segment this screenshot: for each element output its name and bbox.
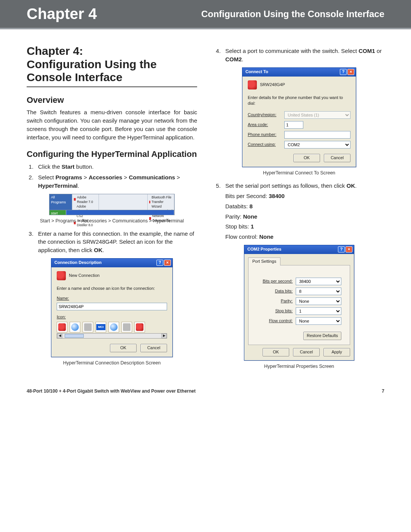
- phone-number-input[interactable]: [284, 131, 350, 139]
- startmenu-col2: [99, 194, 148, 211]
- com2-properties-dialog: COM2 Properties ? × Port Settings Bits p…: [244, 245, 354, 361]
- step-3: Enter a name for this connection. In the…: [35, 230, 197, 254]
- scroll-right-icon[interactable]: ▶: [161, 334, 167, 338]
- port-settings-tab[interactable]: Port Settings: [248, 257, 280, 265]
- dialog-title: Connect To: [245, 69, 268, 75]
- close-icon[interactable]: ×: [347, 69, 354, 75]
- page-footer: 48-Port 10/100 + 4-Port Gigabit Switch w…: [0, 383, 411, 404]
- databits-select[interactable]: 8: [296, 288, 341, 295]
- icon-option-pc[interactable]: [83, 322, 93, 332]
- icon-picker[interactable]: MCI: [57, 322, 167, 332]
- apply-button[interactable]: Apply: [323, 348, 350, 356]
- dialog-titlebar: Connect To ? ×: [242, 68, 356, 77]
- scroll-left-icon[interactable]: ◀: [57, 334, 62, 338]
- help-icon[interactable]: ?: [338, 246, 345, 252]
- props-caption: HyperTerminal Properties Screen: [214, 363, 384, 370]
- startmenu-col3: Bluetooth File Transfer Wizard HyperTerm…: [148, 194, 174, 211]
- icon-label: Icon:: [57, 315, 66, 319]
- configuring-heading: Configuring the HyperTerminal Applicatio…: [27, 148, 197, 160]
- icon-option-mci[interactable]: MCI: [96, 322, 106, 332]
- connect-using-label: Connect using:: [248, 142, 281, 148]
- country-label: Country/region:: [248, 112, 281, 118]
- startmenu-allprograms: All Programs: [49, 194, 72, 211]
- step-2: Select Programs > Accessories > Communic…: [35, 173, 197, 190]
- dialog-titlebar: COM2 Properties ? ×: [244, 245, 354, 254]
- name-label: Name:: [57, 296, 69, 300]
- bps-select[interactable]: 38400: [296, 278, 341, 285]
- steps-list-right: Select a port to communicate with the sw…: [222, 47, 384, 64]
- connectto-name: SRW248G4P: [260, 82, 285, 88]
- connection-description-dialog: Connection Description ? × New Connectio…: [51, 258, 173, 357]
- step-1: Click the Start button.: [35, 163, 197, 171]
- step-5: Set the serial port settings as follows,…: [222, 182, 384, 241]
- footer-text: 48-Port 10/100 + 4-Port Gigabit Switch w…: [27, 388, 196, 394]
- icon-option-globe[interactable]: [70, 322, 80, 332]
- close-icon[interactable]: ×: [164, 260, 171, 266]
- connect-using-select[interactable]: COM2: [284, 141, 350, 149]
- new-connection-label: New Connection: [69, 273, 100, 279]
- steps-list-cont: Enter a name for this connection. In the…: [35, 230, 197, 254]
- country-select[interactable]: United States (1): [284, 111, 350, 119]
- icon-option-phone2[interactable]: [134, 322, 145, 332]
- chapter-title: Chapter 4: Configuration Using the Conso…: [27, 45, 197, 87]
- ok-button[interactable]: OK: [263, 348, 289, 356]
- icon-option-phone[interactable]: [57, 322, 67, 332]
- icon-scrollbar[interactable]: ◀ ▶: [57, 333, 167, 339]
- parity-select[interactable]: None: [296, 297, 341, 305]
- steps-list: Click the Start button. Select Programs …: [35, 163, 197, 190]
- ok-button[interactable]: OK: [110, 344, 137, 352]
- flowcontrol-select[interactable]: None: [296, 317, 341, 325]
- flowcontrol-label: Flow control:: [258, 318, 293, 324]
- right-column: Select a port to communicate with the sw…: [214, 45, 384, 375]
- content-area: Chapter 4: Configuration Using the Conso…: [0, 29, 411, 383]
- connectto-caption: HyperTerminal Connect To Screen: [214, 169, 384, 176]
- icon-option-pc2[interactable]: [121, 322, 132, 332]
- overview-text: The Switch features a menu-driven consol…: [27, 108, 197, 141]
- conndesc-figure: Connection Description ? × New Connectio…: [27, 258, 197, 357]
- help-icon[interactable]: ?: [156, 260, 163, 266]
- conndesc-prompt: Enter a name and choose an icon for the …: [57, 286, 167, 292]
- props-figure: COM2 Properties ? × Port Settings Bits p…: [214, 245, 384, 361]
- chapter-label: Chapter 4: [27, 5, 97, 22]
- left-column: Chapter 4: Configuration Using the Conso…: [27, 45, 197, 375]
- startmenu-caption: Start > Programs > Accessories > Communi…: [27, 217, 197, 224]
- dialog-titlebar: Connection Description ? ×: [51, 259, 172, 267]
- chapter-subtitle: Configuration Using the Console Interfac…: [201, 9, 384, 19]
- conndesc-caption: HyperTerminal Connection Description Scr…: [27, 359, 197, 366]
- step-4: Select a port to communicate with the sw…: [222, 47, 384, 64]
- startmenu-mock: All Programs Adobe Reader 7.0 Adobe Phot…: [49, 194, 175, 211]
- restore-defaults-button[interactable]: Restore Defaults: [303, 332, 341, 340]
- databits-label: Data bits:: [258, 288, 293, 294]
- area-code-input[interactable]: [284, 121, 303, 129]
- page-number: 7: [382, 388, 384, 394]
- cancel-button[interactable]: Cancel: [293, 348, 320, 356]
- close-icon[interactable]: ×: [346, 246, 352, 252]
- area-label: Area code:: [248, 122, 281, 128]
- page-header: Chapter 4 Configuration Using the Consol…: [0, 0, 411, 29]
- steps-list-right-2: Set the serial port settings as follows,…: [222, 182, 384, 241]
- ok-button[interactable]: OK: [293, 154, 320, 162]
- icon-option-globe2[interactable]: [108, 322, 119, 332]
- overview-heading: Overview: [27, 94, 197, 106]
- stopbits-label: Stop bits:: [258, 308, 293, 314]
- phone-icon: [248, 80, 257, 89]
- parity-label: Parity:: [258, 298, 293, 304]
- phone-icon: [57, 271, 66, 280]
- phone-label: Phone number:: [248, 132, 281, 138]
- start-button[interactable]: start: [49, 210, 66, 215]
- cancel-button[interactable]: Cancel: [324, 154, 350, 162]
- help-icon[interactable]: ?: [340, 69, 347, 75]
- connection-name-input[interactable]: [57, 303, 167, 310]
- startmenu-figure: All Programs Adobe Reader 7.0 Adobe Phot…: [27, 194, 197, 211]
- dialog-title: Connection Description: [54, 260, 102, 266]
- connect-to-dialog: Connect To ? × SRW248G4P Enter details f…: [242, 67, 356, 168]
- connectto-prompt: Enter details for the phone number that …: [248, 95, 350, 107]
- stopbits-select[interactable]: 1: [296, 307, 341, 315]
- cancel-button[interactable]: Cancel: [140, 344, 167, 352]
- connectto-figure: Connect To ? × SRW248G4P Enter details f…: [214, 67, 384, 168]
- startmenu-col1: Adobe Reader 7.0 Adobe Photoshop CS2 Acr…: [72, 194, 99, 211]
- dialog-title: COM2 Properties: [247, 246, 281, 252]
- bps-label: Bits per second:: [258, 278, 293, 284]
